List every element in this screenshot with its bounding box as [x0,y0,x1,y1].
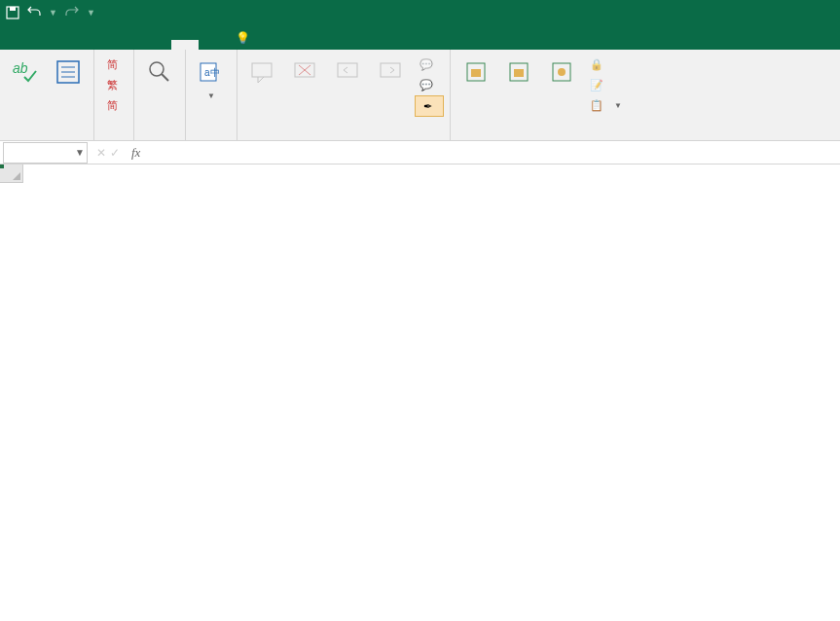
protectwb-icon [503,56,534,88]
lock-icon: 🔒 [589,56,604,72]
spelling-button[interactable]: ab [6,55,45,91]
next-comment-button[interactable] [372,55,411,91]
lightbulb-icon: 💡 [236,31,250,45]
showhide-comment-button[interactable]: 💬 [415,55,444,74]
svg-rect-16 [381,63,400,77]
track-changes-button[interactable]: 📋▼ [585,95,626,115]
tab-data[interactable] [144,40,171,50]
conv-button[interactable]: 简 [100,95,128,115]
save-icon[interactable] [6,6,19,19]
allow-edit-button[interactable]: 📝 [585,75,626,94]
svg-rect-18 [471,69,481,77]
svg-rect-20 [514,69,524,77]
svg-point-22 [558,68,566,76]
unprotect-sheet-button[interactable] [457,55,495,91]
undo-icon[interactable] [27,6,41,19]
group-chinese: 简 繁 简 [94,50,134,140]
quick-access-toolbar: ▼ ▼ [6,6,95,19]
tab-home[interactable] [35,40,62,50]
formula-bar: ▼ ✕ ✓ fx [0,141,840,164]
edit-range-icon: 📝 [589,77,604,92]
tab-review[interactable] [171,40,199,50]
smart-lookup-button[interactable] [140,55,179,91]
dropdown-icon: ▼ [614,101,622,110]
translate-button[interactable]: a中 ▼ [192,55,231,102]
spreadsheet[interactable] [0,164,840,621]
tab-view[interactable] [199,40,226,50]
svg-line-8 [162,74,168,81]
tab-file[interactable] [0,40,35,50]
delete-comment-icon [290,56,321,88]
comments-icon: 💬 [419,77,434,92]
svg-text:ab: ab [13,60,28,76]
select-all-button[interactable] [0,164,23,183]
sc-icon: 简 [104,56,120,72]
show-ink-button[interactable]: ✒ [415,95,444,117]
translate-icon: a中 [196,56,227,88]
tab-insert[interactable] [62,40,90,50]
spelling-icon: ab [10,56,41,88]
formula-buttons: ✕ ✓ [91,146,126,160]
undo-dropdown-icon[interactable]: ▼ [49,8,57,18]
group-changes: 🔒 📝 📋▼ [451,50,632,140]
enter-icon[interactable]: ✓ [110,146,120,160]
unprotect-icon [460,56,492,88]
share-wb-button[interactable] [542,55,581,91]
conv-icon: 简 [104,97,120,113]
svg-text:a中: a中 [204,67,220,78]
tell-me-search[interactable]: 💡 [226,26,264,50]
ribbon: ab 简 繁 简 [0,50,840,141]
tab-formulas[interactable] [117,40,144,50]
ink-icon: ✒ [420,98,435,114]
delete-comment-button[interactable] [286,55,325,91]
thesaurus-button[interactable] [49,55,88,91]
redo-icon[interactable] [65,6,79,19]
svg-point-7 [150,62,164,76]
showall-comments-button[interactable]: 💬 [415,75,444,94]
prev-icon [333,56,364,88]
protect-wb-button[interactable] [499,55,538,91]
formula-input[interactable] [146,142,840,164]
titlebar: ▼ ▼ [0,0,840,24]
tab-layout[interactable] [90,40,117,50]
protect-share-button[interactable]: 🔒 [585,55,626,74]
svg-rect-11 [252,63,272,77]
group-proofing: ab [0,50,94,140]
prev-comment-button[interactable] [329,55,368,91]
fx-icon[interactable]: fx [126,145,146,161]
tc-button[interactable]: 繁 [100,75,128,94]
group-comments: 💬 💬 ✒ [237,50,451,140]
search-icon [144,56,175,88]
dropdown-icon: ▼ [207,91,215,100]
ribbon-tabs: 💡 [0,24,840,50]
tc-icon: 繁 [104,77,120,92]
next-icon [376,56,407,88]
sc-button[interactable]: 简 [100,55,128,74]
cancel-icon[interactable]: ✕ [96,146,106,160]
svg-rect-15 [338,63,357,77]
track-icon: 📋 [589,97,604,113]
comment-icon: 💬 [419,56,434,72]
name-box[interactable]: ▼ [3,142,88,164]
namebox-dropdown-icon[interactable]: ▼ [75,147,85,158]
new-comment-icon [247,56,278,88]
qat-customize-icon[interactable]: ▼ [87,8,95,18]
thesaurus-icon [53,56,84,88]
share-icon [546,56,577,88]
new-comment-button[interactable] [243,55,282,91]
group-language: a中 ▼ [186,50,237,140]
group-insights [134,50,186,140]
svg-rect-1 [10,7,16,11]
